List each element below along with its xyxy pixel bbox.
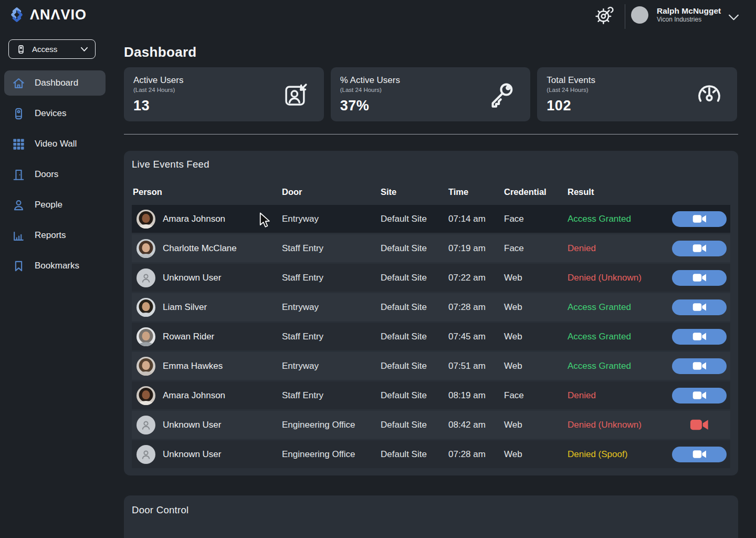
grid-icon: [12, 137, 26, 151]
column-header-time: Time: [447, 187, 503, 197]
events-table-body: Amara Johnson Entryway Default Site 07:1…: [132, 205, 730, 468]
video-cell: [668, 270, 730, 286]
time-cell: 07:22 am: [447, 273, 503, 283]
person-name: Charlotte McClane: [163, 243, 237, 254]
video-cell: [668, 299, 730, 315]
result-cell: Denied (Spoof): [566, 449, 668, 460]
time-cell: 07:45 am: [447, 332, 503, 342]
person-cell: Liam Silver: [132, 298, 281, 317]
person-avatar: [136, 210, 155, 229]
video-cell: [668, 211, 730, 227]
credential-cell: Face: [503, 390, 566, 401]
home-icon: [12, 76, 26, 90]
door-icon: [12, 168, 26, 182]
user-avatar: [631, 6, 648, 24]
person-avatar: [136, 327, 155, 346]
stat-cards-row: Active Users (Last 24 Hours) 13 % Active…: [124, 67, 737, 121]
credential-cell: Web: [503, 273, 566, 283]
credential-cell: Web: [503, 361, 566, 371]
event-row[interactable]: Unknown User Engineering Office Default …: [132, 440, 730, 468]
video-button[interactable]: [672, 299, 727, 315]
person-name: Unknown User: [163, 420, 222, 430]
site-cell: Default Site: [380, 361, 447, 371]
result-cell: Access Granted: [566, 361, 668, 371]
sidebar-nav: Dashboard Devices Video Wall Doors Peopl…: [4, 70, 106, 284]
video-button[interactable]: [672, 447, 727, 462]
person-cell: Amara Johnson: [132, 386, 281, 405]
event-row[interactable]: Amara Johnson Staff Entry Default Site 0…: [132, 381, 730, 409]
person-cell: Charlotte McClane: [132, 239, 281, 258]
event-row[interactable]: Liam Silver Entryway Default Site 07:28 …: [132, 293, 730, 321]
chevron-down-icon[interactable]: [728, 14, 739, 21]
person-name: Unknown User: [163, 273, 222, 283]
intercom-icon: [12, 107, 26, 121]
time-cell: 08:42 am: [447, 420, 503, 430]
event-row[interactable]: Amara Johnson Entryway Default Site 07:1…: [132, 205, 730, 233]
settings-gear-icon[interactable]: [594, 5, 615, 27]
user-organization: Vicon Industries: [657, 16, 721, 24]
column-header-site: Site: [380, 187, 447, 197]
video-camera-icon: [692, 244, 707, 253]
video-cell: [668, 419, 730, 431]
video-button[interactable]: [672, 329, 727, 345]
video-button[interactable]: [672, 358, 727, 374]
column-header-door: Door: [281, 187, 380, 197]
sidebar-item-label: Bookmarks: [35, 261, 79, 271]
time-cell: 07:19 am: [447, 243, 503, 254]
credential-cell: Web: [503, 302, 566, 313]
person-icon: [12, 198, 26, 212]
door-cell: Staff Entry: [281, 390, 380, 401]
gauge-icon: [695, 80, 723, 109]
video-button[interactable]: [672, 270, 727, 286]
video-camera-icon: [692, 450, 707, 459]
sidebar-item-label: Reports: [35, 230, 66, 241]
video-button[interactable]: [672, 241, 727, 256]
credential-cell: Face: [503, 214, 566, 224]
video-denied-icon[interactable]: [690, 419, 709, 431]
credential-cell: Web: [503, 420, 566, 430]
video-cell: [668, 447, 730, 462]
sidebar-item-devices[interactable]: Devices: [4, 101, 106, 126]
sidebar-item-people[interactable]: People: [4, 192, 106, 218]
event-row[interactable]: Charlotte McClane Staff Entry Default Si…: [132, 234, 730, 262]
person-cell: Unknown User: [132, 268, 281, 287]
video-button[interactable]: [672, 388, 727, 404]
video-cell: [668, 241, 730, 256]
user-name: Ralph McNugget: [657, 6, 721, 16]
live-events-panel: Live Events Feed PersonDoorSiteTimeCrede…: [124, 151, 738, 475]
time-cell: 07:28 am: [447, 302, 503, 313]
event-row[interactable]: Rowan Rider Staff Entry Default Site 07:…: [132, 323, 730, 350]
door-cell: Entryway: [281, 302, 380, 313]
context-selector[interactable]: Access: [8, 39, 96, 59]
sidebar-item-label: Devices: [35, 108, 66, 119]
time-cell: 07:28 am: [447, 449, 503, 460]
sidebar-item-reports[interactable]: Reports: [4, 223, 106, 248]
chevron-down-icon: [80, 47, 88, 52]
video-camera-icon: [692, 273, 707, 282]
credential-cell: Face: [503, 243, 566, 254]
time-cell: 07:51 am: [447, 361, 503, 371]
sidebar-item-video-wall[interactable]: Video Wall: [4, 131, 106, 157]
stat-card: Active Users (Last 24 Hours) 13: [124, 67, 324, 121]
site-cell: Default Site: [380, 449, 447, 460]
sidebar-item-dashboard[interactable]: Dashboard: [4, 70, 106, 96]
site-cell: Default Site: [380, 302, 447, 313]
sidebar-item-label: People: [35, 200, 62, 210]
events-table-header: PersonDoorSiteTimeCredentialResult: [132, 185, 730, 198]
app-root: { "topbar": { "brand": "ANAVIO", "logo_i…: [0, 0, 756, 538]
door-control-panel: Door Control: [124, 495, 738, 538]
bar-chart-icon: [12, 229, 26, 243]
event-row[interactable]: Emma Hawkes Entryway Default Site 07:51 …: [132, 352, 730, 380]
event-row[interactable]: Unknown User Engineering Office Default …: [132, 411, 730, 439]
site-cell: Default Site: [380, 332, 447, 342]
unknown-person-icon: [136, 445, 155, 464]
video-button[interactable]: [672, 211, 727, 227]
sidebar-item-doors[interactable]: Doors: [4, 162, 106, 187]
brand-wordmark: ΛNΛVIO: [30, 7, 87, 23]
topbar-divider: [625, 4, 625, 29]
event-row[interactable]: Unknown User Staff Entry Default Site 07…: [132, 264, 730, 292]
door-cell: Entryway: [281, 361, 380, 371]
sidebar-item-bookmarks[interactable]: Bookmarks: [4, 253, 106, 278]
person-name: Amara Johnson: [163, 214, 225, 224]
user-menu[interactable]: Ralph McNugget Vicon Industries: [631, 6, 721, 24]
